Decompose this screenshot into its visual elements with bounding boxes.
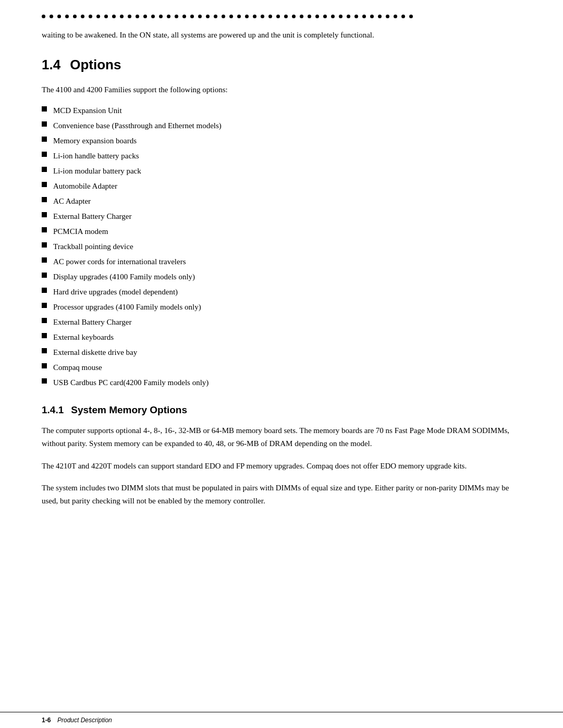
dot xyxy=(378,15,382,18)
bullet-icon xyxy=(42,303,47,308)
list-item: Convenience base (Passthrough and Ethern… xyxy=(42,119,521,132)
dot xyxy=(206,15,210,18)
bullet-icon xyxy=(42,273,47,278)
section-1-4-heading: 1.4Options xyxy=(42,57,521,73)
dot xyxy=(292,15,296,18)
bullet-text: External keyboards xyxy=(53,331,114,343)
body-paragraph: The 4210T and 4220T models can support s… xyxy=(42,460,521,473)
dot xyxy=(190,15,194,18)
dot xyxy=(73,15,77,18)
bullet-icon xyxy=(42,106,47,112)
dot xyxy=(159,15,163,18)
list-item: AC Adapter xyxy=(42,195,521,207)
bullet-text: PCMCIA modem xyxy=(53,225,108,238)
section-1-4-number: 1.4 xyxy=(42,57,60,72)
dot xyxy=(261,15,264,18)
dot xyxy=(136,15,139,18)
list-item: Compaq mouse xyxy=(42,361,521,374)
bullet-text: External Battery Charger xyxy=(53,316,132,328)
bullet-text: Processor upgrades (4100 Family models o… xyxy=(53,301,201,313)
list-item: External Battery Charger xyxy=(42,210,521,223)
bullet-icon xyxy=(42,288,47,293)
bullet-text: AC power cords for international travele… xyxy=(53,255,186,268)
dot xyxy=(89,15,92,18)
dot xyxy=(308,15,311,18)
bullet-icon xyxy=(42,348,47,353)
bullet-text: Trackball pointing device xyxy=(53,240,133,253)
dot xyxy=(354,15,358,18)
dot xyxy=(50,15,53,18)
top-dot-border xyxy=(0,0,563,29)
dot xyxy=(120,15,124,18)
list-item: Hard drive upgrades (model dependent) xyxy=(42,286,521,298)
bullet-text: Li-ion modular battery pack xyxy=(53,165,141,177)
bullet-text: Automobile Adapter xyxy=(53,180,117,192)
dot xyxy=(394,15,397,18)
section-1-4-1-title: System Memory Options xyxy=(71,404,187,415)
bullet-icon xyxy=(42,152,47,157)
bullet-text: External Battery Charger xyxy=(53,210,132,223)
dot xyxy=(323,15,327,18)
dot xyxy=(370,15,374,18)
dot xyxy=(362,15,366,18)
list-item: USB Cardbus PC card(4200 Family models o… xyxy=(42,376,521,389)
section-1-4-1-heading: 1.4.1System Memory Options xyxy=(42,404,521,416)
bullet-text: Display upgrades (4100 Family models onl… xyxy=(53,270,195,283)
dot xyxy=(214,15,217,18)
dot xyxy=(315,15,319,18)
list-item: Automobile Adapter xyxy=(42,180,521,192)
section-1-4-title: Options xyxy=(70,57,121,72)
list-item: Memory expansion boards xyxy=(42,134,521,147)
dot xyxy=(198,15,202,18)
dot xyxy=(96,15,100,18)
bullet-icon xyxy=(42,242,47,248)
bullet-icon xyxy=(42,121,47,127)
bullet-text: External diskette drive bay xyxy=(53,346,137,359)
bullet-text: Convenience base (Passthrough and Ethern… xyxy=(53,119,222,132)
footer: 1-6 Product Description xyxy=(0,712,563,728)
bullet-icon xyxy=(42,137,47,142)
dot xyxy=(81,15,84,18)
dot xyxy=(331,15,335,18)
body-paragraph: The computer supports optional 4-, 8-, 1… xyxy=(42,424,521,450)
dot xyxy=(284,15,288,18)
dot xyxy=(42,15,45,18)
section-1-4-1-number: 1.4.1 xyxy=(42,404,64,415)
bullet-text: AC Adapter xyxy=(53,195,91,207)
list-item: Trackball pointing device xyxy=(42,240,521,253)
bullet-text: Compaq mouse xyxy=(53,361,102,374)
intro-paragraph: waiting to be awakened. In the ON state,… xyxy=(42,29,521,41)
list-item: External diskette drive bay xyxy=(42,346,521,359)
list-item: External keyboards xyxy=(42,331,521,343)
dot xyxy=(237,15,241,18)
bullet-icon xyxy=(42,212,47,217)
page-container: waiting to be awakened. In the ON state,… xyxy=(0,0,563,728)
body-paragraph: The system includes two DIMM slots that … xyxy=(42,482,521,508)
dot xyxy=(347,15,350,18)
dot xyxy=(386,15,389,18)
dot xyxy=(268,15,272,18)
dot xyxy=(57,15,61,18)
dot xyxy=(104,15,108,18)
dot xyxy=(182,15,186,18)
bullet-icon xyxy=(42,257,47,263)
dot xyxy=(151,15,155,18)
list-item: External Battery Charger xyxy=(42,316,521,328)
dot xyxy=(128,15,131,18)
bullet-icon xyxy=(42,333,47,338)
dot-line xyxy=(42,15,521,18)
list-item: Li-ion modular battery pack xyxy=(42,165,521,177)
bullet-text: USB Cardbus PC card(4200 Family models o… xyxy=(53,376,209,389)
bullet-icon xyxy=(42,227,47,232)
dot xyxy=(409,15,413,18)
footer-page-number: 1-6 xyxy=(42,717,51,724)
system-memory-paragraphs: The computer supports optional 4-, 8-, 1… xyxy=(42,424,521,508)
bullet-text: Li-ion handle battery packs xyxy=(53,150,139,162)
dot xyxy=(276,15,280,18)
bullet-text: Memory expansion boards xyxy=(53,134,137,147)
list-item: MCD Expansion Unit xyxy=(42,104,521,117)
dot xyxy=(401,15,405,18)
dot xyxy=(112,15,116,18)
options-intro: The 4100 and 4200 Families support the f… xyxy=(42,83,521,96)
bullet-icon xyxy=(42,197,47,202)
